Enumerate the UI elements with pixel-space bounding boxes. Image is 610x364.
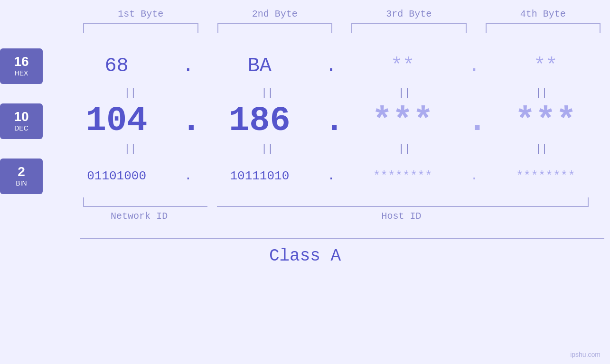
dec-base-number: 10: [14, 110, 28, 123]
bin-val4: ********: [481, 169, 610, 183]
host-bracket: [217, 197, 589, 207]
dec-val1: 104: [52, 102, 181, 140]
hex-val2: BA: [195, 55, 324, 77]
bin-val2: 10111010: [195, 169, 324, 183]
header-byte3: 3rd Byte: [342, 9, 476, 19]
bin-base-number: 2: [18, 165, 25, 178]
bin-badge: 2 BIN: [0, 159, 43, 194]
hex-badge: 16 HEX: [0, 48, 43, 84]
equals-row-2: || || || ||: [0, 140, 610, 157]
hex-base-number: 16: [14, 55, 28, 68]
hex-values: 68 . BA . ** . **: [52, 55, 610, 77]
eq1-2: ||: [199, 87, 336, 99]
header-byte4: 4th Byte: [476, 9, 610, 19]
bracket-byte1: [83, 23, 198, 33]
dec-values: 104 . 186 . *** . ***: [52, 102, 610, 140]
hex-base-label: HEX: [15, 69, 28, 77]
equals-row-1: || || || ||: [0, 85, 610, 102]
bin-dot2: .: [324, 169, 338, 183]
host-id-label: Host ID: [205, 211, 598, 222]
bin-dot1: .: [181, 169, 195, 183]
bin-val3: ********: [338, 169, 467, 183]
eq2-2: ||: [199, 143, 336, 155]
eq2-3: ||: [336, 143, 473, 155]
bottom-section: Network ID Host ID: [0, 197, 610, 222]
byte-headers: 1st Byte 2nd Byte 3rd Byte 4th Byte: [0, 9, 610, 19]
header-byte2: 2nd Byte: [208, 9, 342, 19]
bracket-byte4: [486, 23, 601, 33]
bottom-labels: Network ID Host ID: [74, 211, 598, 222]
eq1-1: ||: [62, 87, 199, 99]
eq2-1: ||: [62, 143, 199, 155]
dec-dot3: .: [467, 102, 481, 140]
hex-dot3: .: [467, 55, 481, 77]
bracket-byte2: [217, 23, 333, 33]
dec-dot2: .: [324, 102, 338, 140]
full-bottom-bracket-line: [80, 238, 604, 239]
bracket-byte3: [351, 23, 467, 33]
dec-dot1: .: [181, 102, 195, 140]
watermark: ipshu.com: [570, 351, 601, 358]
bin-val1: 01101000: [52, 169, 181, 183]
bottom-brackets: [74, 197, 598, 207]
eq2-4: ||: [473, 143, 610, 155]
dec-val2: 186: [195, 102, 324, 140]
hex-val1: 68: [52, 55, 181, 77]
dec-row: 10 DEC 104 . 186 . *** . ***: [0, 102, 610, 140]
network-id-label: Network ID: [74, 211, 205, 222]
dec-base-label: DEC: [14, 124, 28, 132]
hex-dot2: .: [324, 55, 338, 77]
hex-dot1: .: [181, 55, 195, 77]
hex-row: 16 HEX 68 . BA . ** . **: [0, 47, 610, 85]
top-brackets: [0, 23, 610, 33]
bin-dot3: .: [467, 169, 481, 183]
dec-badge: 10 DEC: [0, 103, 43, 139]
network-bracket: [83, 197, 207, 207]
eq1-4: ||: [473, 87, 610, 99]
bin-row: 2 BIN 01101000 . 10111010 . ******** . *…: [0, 157, 610, 195]
dec-val4: ***: [481, 102, 610, 140]
dec-val3: ***: [338, 102, 467, 140]
class-label: Class A: [269, 246, 341, 266]
bin-base-label: BIN: [16, 179, 27, 187]
header-byte1: 1st Byte: [74, 9, 208, 19]
hex-val4: **: [481, 55, 610, 77]
bin-values: 01101000 . 10111010 . ******** . *******…: [52, 169, 610, 183]
main-container: 1st Byte 2nd Byte 3rd Byte 4th Byte 16 H…: [0, 0, 610, 364]
eq1-3: ||: [336, 87, 473, 99]
hex-val3: **: [338, 55, 467, 77]
